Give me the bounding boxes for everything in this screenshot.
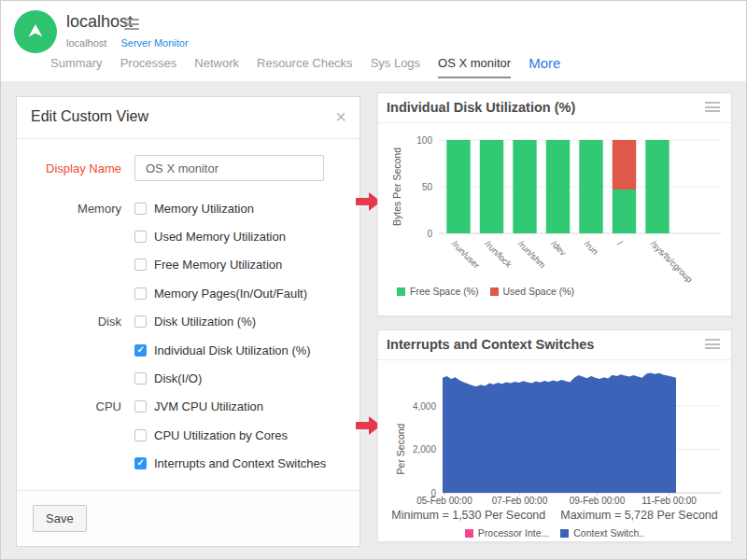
interrupts-area-chart: 02,0004,000Per Second05-Feb 00:0007-Feb … [378, 360, 733, 508]
metric-checkbox-list: MemoryMemory UtilizationUsed Memory Util… [17, 194, 359, 478]
svg-text:/run/shm: /run/shm [516, 238, 548, 270]
disk-card-menu-icon[interactable] [705, 102, 720, 115]
maximum-value: Maximum = 5,728 Per Second [560, 509, 718, 522]
edit-custom-view-panel: Edit Custom View × Display Name MemoryMe… [16, 96, 360, 547]
metric-row-cpu-utilization-by-cores: CPU Utilization by Cores [17, 421, 359, 449]
tab-sys-logs[interactable]: Sys Logs [371, 56, 420, 78]
metric-row-used-memory-utilization: Used Memory Utilization [17, 222, 359, 250]
metric-row-memory-utilization: MemoryMemory Utilization [17, 194, 359, 222]
svg-text:05-Feb 00:00: 05-Feb 00:00 [416, 496, 472, 506]
metric-row-free-memory-utilization: Free Memory Utilization [17, 251, 359, 279]
metric-label[interactable]: Interrupts and Context Switches [154, 456, 326, 470]
legend-label: Free Space (%) [410, 286, 479, 297]
breadcrumb: localhost Server Monitor [66, 37, 189, 49]
interrupts-card-header: Interrupts and Context Switches [378, 330, 731, 360]
svg-text:100: 100 [416, 135, 432, 146]
metric-label[interactable]: Memory Utilization [154, 202, 254, 216]
display-name-input[interactable] [134, 155, 324, 181]
breadcrumb-monitor-link[interactable]: Server Monitor [120, 37, 188, 49]
minimum-value: Minimum = 1,530 Per Second [391, 509, 545, 522]
metric-label[interactable]: Free Memory Utilization [154, 258, 282, 272]
metric-row-jvm-cpu-utilization: CPUJVM CPU Utilization [17, 393, 359, 421]
checkbox-memory-pages-in-out-fault[interactable] [134, 287, 147, 300]
host-title: localhost [66, 12, 133, 32]
svg-text:2,000: 2,000 [413, 444, 436, 455]
metric-label[interactable]: CPU Utilization by Cores [154, 428, 288, 442]
tab-processes[interactable]: Processes [120, 56, 177, 78]
panel-header: Edit Custom View × [17, 97, 359, 139]
svg-text:07-Feb 00:00: 07-Feb 00:00 [492, 496, 548, 506]
checkbox-cpu-utilization-by-cores[interactable] [134, 429, 147, 441]
checkbox-memory-utilization[interactable] [134, 203, 147, 215]
minmax-row: Minimum = 1,530 Per Second Maximum = 5,7… [378, 509, 731, 522]
metric-label[interactable]: Individual Disk Utilization (%) [154, 343, 311, 357]
save-button[interactable]: Save [33, 505, 87, 532]
legend-swatch-icon [465, 529, 473, 538]
disk-bar-chart: 050100Bytes Per Second/run/user/run/lock… [378, 123, 733, 284]
metric-row-interrupts-and-context-switches: Interrupts and Context Switches [17, 450, 359, 478]
close-icon[interactable]: × [335, 105, 346, 128]
svg-text:Bytes Per Second: Bytes Per Second [391, 147, 402, 226]
metric-row-disk-utilization: DiskDisk Utilization (%) [17, 308, 359, 336]
checkbox-disk-i-o[interactable] [134, 372, 147, 385]
svg-text:/run: /run [583, 238, 600, 256]
group-label: Disk [17, 315, 121, 329]
legend-item-used-space[interactable]: Used Space (%) [490, 286, 574, 297]
metric-label[interactable]: Disk(I/O) [154, 371, 202, 385]
hamburger-menu-icon[interactable] [124, 19, 139, 33]
svg-text:/run/user: /run/user [450, 238, 482, 270]
legend-swatch-icon [490, 287, 499, 296]
svg-text:/run/lock: /run/lock [483, 238, 514, 269]
metric-row-disk-i-o: Disk(I/O) [17, 364, 359, 392]
checkbox-checked-interrupts-and-context-switches[interactable] [134, 457, 147, 469]
tab-resource-checks[interactable]: Resource Checks [257, 56, 353, 78]
display-name-label: Display Name [17, 161, 121, 175]
svg-text:0: 0 [427, 229, 432, 239]
tab-summary[interactable]: Summary [50, 56, 103, 78]
tab-more[interactable]: More [529, 55, 560, 78]
breadcrumb-host: localhost [66, 37, 106, 49]
up-arrow-icon [24, 21, 47, 43]
checkbox-free-memory-utilization[interactable] [134, 259, 147, 271]
legend-label: Context Switch.. [573, 527, 644, 539]
group-label: CPU [17, 399, 121, 413]
legend-item-context-switch[interactable]: Context Switch.. [560, 527, 644, 539]
checkbox-used-memory-utilization[interactable] [134, 231, 147, 243]
svg-text:50: 50 [422, 182, 433, 192]
metric-label[interactable]: JVM CPU Utilization [154, 399, 263, 413]
app-root: localhost localhost Server Monitor Summa… [0, 0, 747, 560]
interrupts-chart-title: Interrupts and Context Switches [387, 337, 594, 352]
metric-row-memory-pages-in-out-fault: Memory Pages(In/Out/Fault) [17, 279, 359, 307]
svg-text:Per Second: Per Second [395, 423, 406, 474]
group-label: Memory [17, 202, 121, 216]
metric-label[interactable]: Memory Pages(In/Out/Fault) [154, 287, 307, 301]
checkbox-disk-utilization[interactable] [134, 315, 147, 328]
monitor-status-icon [14, 10, 57, 53]
metric-row-individual-disk-utilization: Individual Disk Utilization (%) [17, 336, 359, 364]
interrupts-chart-legend: Processor Inte...Context Switch.. [378, 527, 731, 539]
tab-bar: SummaryProcessesNetworkResource ChecksSy… [50, 53, 560, 78]
legend-swatch-icon [560, 529, 569, 538]
checkbox-checked-individual-disk-utilization[interactable] [134, 344, 147, 357]
legend-label: Used Space (%) [503, 286, 574, 297]
svg-text:4,000: 4,000 [413, 401, 436, 412]
tab-network[interactable]: Network [194, 56, 239, 78]
page-header: localhost localhost Server Monitor Summa… [1, 1, 746, 81]
disk-utilization-card: Individual Disk Utilization (%) 050100By… [377, 92, 732, 316]
disk-chart-title: Individual Disk Utilization (%) [387, 100, 575, 115]
disk-card-header: Individual Disk Utilization (%) [378, 93, 731, 123]
interrupts-card-menu-icon[interactable] [705, 339, 720, 352]
tab-os-x-monitor[interactable]: OS X monitor [438, 56, 511, 78]
legend-item-processor-inte[interactable]: Processor Inte... [465, 527, 549, 539]
legend-item-free-space[interactable]: Free Space (%) [397, 286, 479, 297]
legend-swatch-icon [397, 287, 405, 296]
display-name-row: Display Name [17, 155, 324, 181]
metric-label[interactable]: Disk Utilization (%) [154, 315, 256, 329]
svg-text:/: / [615, 238, 625, 247]
disk-chart-legend: Free Space (%)Used Space (%) [397, 286, 574, 297]
panel-title: Edit Custom View [31, 108, 148, 125]
svg-text:/sys/fs/cgroup: /sys/fs/cgroup [649, 238, 695, 284]
metric-label[interactable]: Used Memory Utilization [154, 230, 286, 244]
svg-text:11-Feb 00:00: 11-Feb 00:00 [641, 496, 697, 506]
checkbox-jvm-cpu-utilization[interactable] [134, 400, 147, 413]
